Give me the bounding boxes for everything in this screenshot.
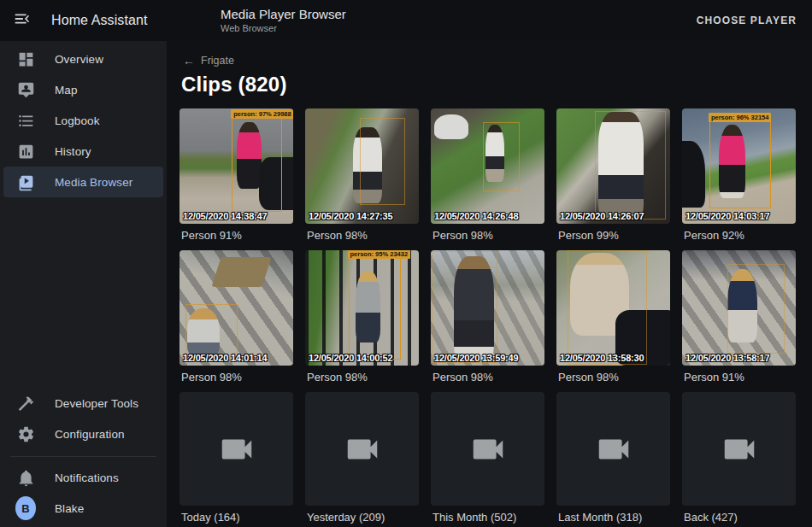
- folder-label: Today (164): [179, 511, 293, 524]
- folder-card[interactable]: Last Month (318): [556, 392, 670, 524]
- breadcrumb-label: Frigate: [201, 55, 234, 67]
- app-header: Home Assistant Media Player Browser Web …: [0, 0, 812, 41]
- clip-timestamp: 12/05/2020 14:01:14: [183, 353, 292, 363]
- back-arrow-icon: ←: [183, 55, 195, 67]
- hammer-icon: [15, 393, 36, 413]
- folder-card[interactable]: This Month (502): [431, 392, 544, 524]
- folder-thumbnail: [179, 392, 293, 506]
- media-grid: person: 97% 2998812/05/2020 14:38:47Pers…: [179, 108, 799, 524]
- bell-icon: [15, 467, 36, 488]
- clip-timestamp: 12/05/2020 13:58:17: [685, 353, 795, 363]
- sidebar-item-media-browser[interactable]: Media Browser: [3, 167, 163, 197]
- clip-timestamp: 12/05/2020 14:00:52: [309, 353, 418, 363]
- menu-open-icon: [13, 9, 32, 32]
- map-bubble-icon: [15, 79, 36, 100]
- sidebar-item-label: Media Browser: [55, 176, 132, 189]
- detection-bbox: [360, 118, 405, 206]
- clip-thumbnail: 12/05/2020 14:26:07: [556, 108, 670, 224]
- page-title: Clips (820): [179, 73, 799, 97]
- clip-label: Person 98%: [431, 371, 544, 384]
- gear-icon: [15, 424, 36, 444]
- folder-card[interactable]: Yesterday (209): [305, 392, 419, 524]
- sidebar-item-user[interactable]: B Blake: [3, 493, 163, 524]
- clip-timestamp: 12/05/2020 14:03:17: [685, 211, 795, 221]
- folder-label: Back (427): [682, 511, 796, 524]
- clip-card[interactable]: 12/05/2020 14:01:14Person 98%: [179, 250, 293, 384]
- clip-card[interactable]: person: 97% 2998812/05/2020 14:38:47Pers…: [179, 108, 293, 243]
- folder-thumbnail: [556, 392, 670, 506]
- panel-subtitle: Web Browser: [221, 23, 346, 35]
- video-camera-icon: [468, 430, 508, 469]
- detection-bbox: [483, 122, 520, 191]
- video-camera-icon: [217, 430, 256, 469]
- sidebar: Overview Map Logbook History Media Brows: [0, 41, 167, 527]
- clip-label: Person 98%: [179, 371, 293, 384]
- detection-bbox: [185, 304, 238, 360]
- clip-card[interactable]: 12/05/2020 13:59:49Person 98%: [431, 250, 544, 384]
- sidebar-item-configuration[interactable]: Configuration: [3, 419, 163, 449]
- video-camera-icon: [343, 430, 382, 469]
- sidebar-item-history[interactable]: History: [3, 136, 163, 167]
- detection-bbox: [727, 264, 785, 354]
- video-camera-icon: [720, 430, 759, 469]
- clip-timestamp: 12/05/2020 14:26:48: [434, 211, 544, 221]
- sidebar-item-label: History: [55, 145, 91, 158]
- panel-title: Media Player Browser: [221, 7, 346, 23]
- clip-thumbnail: 12/05/2020 14:26:48: [431, 108, 544, 224]
- clip-thumbnail: person: 97% 2998812/05/2020 14:38:47: [179, 108, 293, 224]
- sidebar-item-label: Map: [55, 84, 78, 97]
- clip-timestamp: 12/05/2020 14:38:47: [183, 211, 292, 221]
- clip-timestamp: 12/05/2020 14:26:07: [560, 211, 669, 221]
- sidebar-item-map[interactable]: Map: [3, 74, 163, 105]
- sidebar-item-overview[interactable]: Overview: [3, 44, 163, 74]
- sidebar-item-label: Overview: [55, 53, 103, 66]
- folder-thumbnail: [682, 392, 796, 506]
- sidebar-item-developer-tools[interactable]: Developer Tools: [3, 388, 163, 419]
- clip-label: Person 98%: [431, 229, 544, 243]
- clip-card[interactable]: person: 96% 3215412/05/2020 14:03:17Pers…: [682, 108, 796, 243]
- clip-card[interactable]: 12/05/2020 13:58:30Person 98%: [556, 250, 670, 384]
- detection-bbox-label: person: 97% 29988: [231, 109, 293, 119]
- clip-timestamp: 12/05/2020 14:27:35: [309, 211, 418, 221]
- view-dashboard-icon: [15, 49, 36, 69]
- sidebar-item-label: Logbook: [55, 114, 100, 127]
- media-browser-panel: ← Frigate Clips (820) person: 97% 299881…: [167, 41, 812, 527]
- clip-card[interactable]: 12/05/2020 14:26:07Person 99%: [556, 108, 670, 243]
- detection-bbox: [568, 250, 647, 365]
- folder-card[interactable]: Back (427): [682, 392, 796, 524]
- clip-thumbnail: 12/05/2020 13:58:17: [682, 250, 796, 366]
- user-name: Blake: [55, 502, 84, 515]
- sidebar-item-logbook[interactable]: Logbook: [3, 105, 163, 136]
- clip-thumbnail: person: 96% 3215412/05/2020 14:03:17: [682, 108, 796, 224]
- detection-bbox: person: 96% 32154: [709, 121, 771, 209]
- clip-thumbnail: 12/05/2020 14:27:35: [305, 108, 419, 224]
- folder-card[interactable]: Today (164): [179, 392, 293, 524]
- clip-thumbnail: 12/05/2020 14:01:14: [179, 250, 293, 366]
- video-camera-icon: [594, 430, 633, 469]
- clip-card[interactable]: 12/05/2020 13:58:17Person 91%: [682, 250, 796, 384]
- clip-label: Person 98%: [305, 229, 419, 243]
- detection-bbox: person: 95% 23432: [349, 258, 401, 360]
- clip-card[interactable]: 12/05/2020 14:27:35Person 98%: [305, 108, 419, 243]
- clip-timestamp: 12/05/2020 13:59:49: [434, 353, 544, 363]
- clip-thumbnail: 12/05/2020 13:59:49: [431, 250, 544, 366]
- clip-card[interactable]: 12/05/2020 14:26:48Person 98%: [431, 108, 544, 243]
- breadcrumb-back[interactable]: ← Frigate: [179, 55, 799, 67]
- clip-thumbnail: person: 95% 2343212/05/2020 14:00:52: [305, 250, 419, 366]
- detection-bbox: [595, 111, 665, 220]
- clip-label: Person 99%: [556, 229, 670, 243]
- detection-bbox-label: person: 95% 23432: [348, 250, 411, 259]
- clip-label: Person 98%: [305, 371, 419, 384]
- choose-player-button[interactable]: CHOOSE PLAYER: [697, 15, 797, 26]
- folder-label: This Month (502): [431, 511, 544, 524]
- folder-label: Last Month (318): [556, 511, 670, 524]
- clip-card[interactable]: person: 95% 2343212/05/2020 14:00:52Pers…: [305, 250, 419, 384]
- clip-label: Person 92%: [682, 229, 796, 243]
- sidebar-item-label: Notifications: [55, 471, 119, 484]
- clip-thumbnail: 12/05/2020 13:58:30: [556, 250, 670, 366]
- list-bulleted-icon: [15, 110, 36, 131]
- sidebar-toggle-button[interactable]: [2, 0, 43, 41]
- sidebar-item-notifications[interactable]: Notifications: [3, 462, 163, 493]
- folder-thumbnail: [305, 392, 419, 506]
- app-title: Home Assistant: [51, 13, 162, 28]
